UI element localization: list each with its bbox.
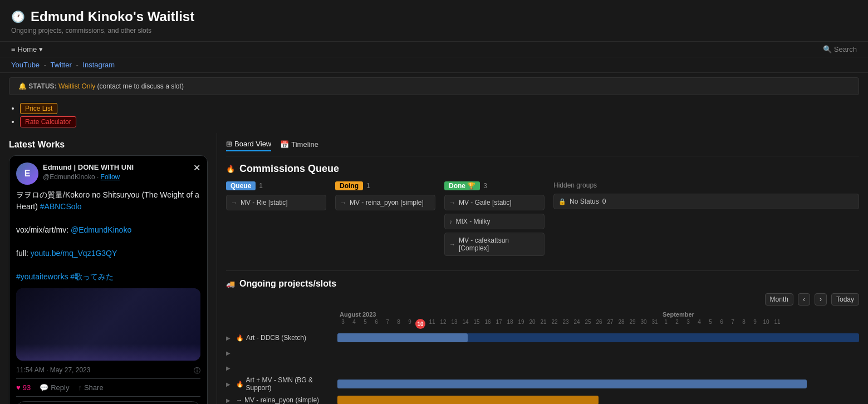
instagram-link[interactable]: Instagram bbox=[82, 61, 115, 69]
section-divider bbox=[226, 270, 859, 271]
status-prefix: STATUS: bbox=[28, 82, 56, 90]
date-13: 13 bbox=[449, 319, 460, 329]
queue-card-0: → MV - Rie [static] bbox=[226, 195, 326, 210]
home-nav[interactable]: ≡ Home ▾ bbox=[11, 45, 43, 53]
price-list-button[interactable]: Price List bbox=[20, 103, 57, 114]
date-today: 10 bbox=[415, 319, 426, 329]
row-bar-mv-reina bbox=[337, 395, 859, 404]
date-26: 26 bbox=[594, 319, 605, 329]
share-icon: ↑ bbox=[78, 383, 82, 392]
done-card-1: ♪ MIX - Miilky bbox=[444, 214, 545, 229]
tweet-content: ヲヲロの質量/Kokoro no Shitsuryou (The Weight … bbox=[16, 189, 200, 283]
tweet-timestamp: 11:54 AM · May 27, 2023 ⓘ bbox=[16, 366, 200, 374]
fire-icon: 🔥 bbox=[226, 165, 235, 173]
date-24: 24 bbox=[571, 319, 582, 329]
timeline-controls: Month ‹ › Today bbox=[226, 293, 859, 306]
date-27: 27 bbox=[605, 319, 616, 329]
done-badge: Done 🏆 bbox=[444, 181, 480, 190]
tab-board-view[interactable]: ⊞ Board View bbox=[226, 140, 271, 151]
share-label: Share bbox=[84, 383, 104, 392]
left-sidebar: Latest Works E Edmund | DONE WITH UNI @E… bbox=[0, 133, 217, 404]
status-banner: 🔔 STATUS: Waitlist Only (contact me to d… bbox=[9, 77, 859, 95]
today-button[interactable]: Today bbox=[831, 293, 859, 306]
september-label: September bbox=[660, 310, 697, 319]
expand-icon-4[interactable]: ▶ bbox=[226, 381, 234, 387]
expand-icon[interactable]: ▶ bbox=[226, 335, 234, 341]
search-icon: 🔍 bbox=[823, 45, 832, 53]
date-7: 7 bbox=[382, 319, 393, 329]
heart-action[interactable]: ♥ 93 bbox=[16, 383, 31, 392]
doing-count: 1 bbox=[366, 182, 370, 190]
commissions-title: Commissions Queue bbox=[239, 163, 339, 175]
board-columns: Queue 1 → MV - Rie [static] Doing 1 → MV… bbox=[226, 181, 859, 259]
date-31: 31 bbox=[649, 319, 660, 329]
no-status-row: 🔒 No Status 0 bbox=[553, 194, 859, 209]
info-icon: ⓘ bbox=[194, 366, 200, 376]
reply-action[interactable]: 💬 Reply bbox=[40, 383, 69, 392]
sep-date-8: 8 bbox=[738, 319, 749, 329]
timeline-row-empty-2: ▶ bbox=[226, 361, 859, 375]
search-label: Search bbox=[834, 45, 857, 53]
main-layout: Latest Works E Edmund | DONE WITH UNI @E… bbox=[0, 133, 868, 404]
tab-timeline[interactable]: 📅 Timeline bbox=[280, 140, 318, 151]
row-text-smn: Art + MV - SMN (BG & Support) bbox=[246, 376, 337, 392]
twitter-link[interactable]: Twitter bbox=[50, 61, 71, 69]
timeline-row-art-smn: ▶ 🔥 Art + MV - SMN (BG & Support) bbox=[226, 376, 859, 392]
sep-date-3: 3 bbox=[683, 319, 694, 329]
expand-icon-5[interactable]: ▶ bbox=[226, 397, 234, 403]
read-replies-button[interactable]: Read 11 replies bbox=[16, 401, 200, 404]
date-21: 21 bbox=[538, 319, 549, 329]
tweet-hashtag-3b[interactable]: #歌ってみた bbox=[70, 272, 114, 281]
tweet-hashtag-2[interactable]: #youtaiteworks bbox=[16, 272, 68, 281]
done-card-0: → MV - Gaile [static] bbox=[444, 195, 545, 210]
date-20: 20 bbox=[527, 319, 538, 329]
done-card-text-0: MV - Gaile [static] bbox=[459, 199, 512, 206]
no-status-label: No Status bbox=[570, 198, 599, 205]
timeline-view: August 2023 September 3 4 5 6 7 8 9 10 1… bbox=[226, 310, 859, 404]
separator-1: - bbox=[44, 61, 46, 69]
right-content: ⊞ Board View 📅 Timeline 🔥 Commissions Qu… bbox=[217, 133, 868, 404]
done-card-icon-1: ♪ bbox=[449, 218, 453, 225]
row-bar-art-smn bbox=[337, 378, 859, 390]
close-icon[interactable]: ✕ bbox=[193, 162, 200, 173]
prev-button[interactable]: ‹ bbox=[798, 293, 810, 306]
date-16: 16 bbox=[482, 319, 493, 329]
date-4: 4 bbox=[349, 319, 360, 329]
commissions-header: 🔥 Commissions Queue bbox=[226, 163, 859, 175]
page-header: 🕐 Edmund Kinoko's Waitlist Ongoing proje… bbox=[0, 0, 868, 42]
expand-icon-3[interactable]: ▶ bbox=[226, 365, 234, 371]
sep-date-10: 10 bbox=[761, 319, 772, 329]
column-done: Done 🏆 3 → MV - Gaile [static] ♪ MIX - M… bbox=[444, 181, 545, 259]
month-button[interactable]: Month bbox=[765, 293, 793, 306]
status-icon: 🔔 bbox=[18, 82, 27, 90]
reply-icon: 💬 bbox=[40, 383, 48, 392]
done-card-icon-0: → bbox=[449, 199, 455, 206]
date-28: 28 bbox=[616, 319, 627, 329]
tweet-text-2: vox/mix/art/mv: bbox=[16, 225, 68, 234]
queue-card-icon-0: → bbox=[231, 199, 237, 206]
expand-icon-2[interactable]: ▶ bbox=[226, 350, 234, 356]
share-action[interactable]: ↑ Share bbox=[78, 383, 103, 392]
rate-calculator-button[interactable]: Rate Calculator bbox=[20, 116, 76, 127]
date-9: 9 bbox=[404, 319, 415, 329]
tweet-link-1[interactable]: youtu.be/mq_Vqz1G3QY bbox=[31, 249, 117, 258]
row-label-empty-2: ▶ bbox=[226, 365, 337, 371]
status-link[interactable]: Waitlist Only bbox=[58, 82, 95, 90]
tweet-user-info: Edmund | DONE WITH UNI @EdmundKinoko · F… bbox=[43, 162, 134, 185]
tweet-hashtag-1[interactable]: #ABNCSolo bbox=[40, 202, 82, 211]
board-tab-label: Board View bbox=[234, 140, 271, 148]
next-button[interactable]: › bbox=[815, 293, 827, 306]
date-12: 12 bbox=[438, 319, 449, 329]
search-nav[interactable]: 🔍 Search bbox=[823, 45, 857, 53]
tweet-actions: ♥ 93 💬 Reply ↑ Share bbox=[16, 378, 200, 397]
lock-icon: 🔒 bbox=[558, 198, 566, 205]
page-title: Edmund Kinoko's Waitlist bbox=[31, 9, 194, 24]
row-text: Art - DDCB (Sketch) bbox=[246, 334, 306, 342]
home-icon: ≡ bbox=[11, 45, 16, 53]
timeline-row-empty-1: ▶ bbox=[226, 346, 859, 359]
youtube-link[interactable]: YouTube bbox=[11, 61, 40, 69]
tweet-mention-1[interactable]: @EdmundKinoko bbox=[71, 225, 131, 234]
follow-link[interactable]: Follow bbox=[101, 173, 120, 181]
queue-count: 1 bbox=[259, 182, 263, 190]
reply-label: Reply bbox=[51, 383, 69, 392]
